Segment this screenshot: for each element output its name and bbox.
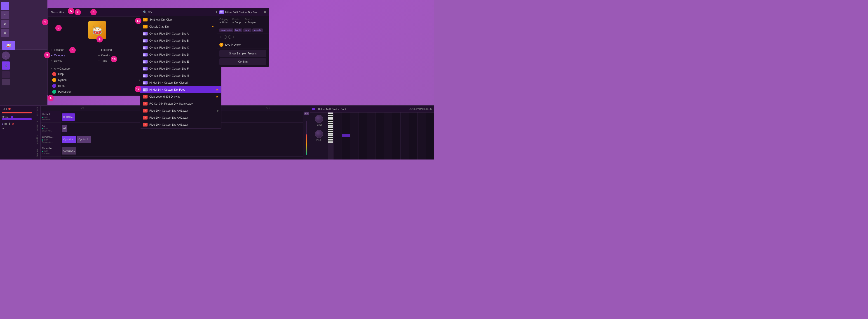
result-ride-a01[interactable]: ♪ Ride 20 K Custom Dry A 01.wav: [140, 107, 221, 114]
solo-btn-cymbal-a[interactable]: S: [44, 139, 45, 141]
result-cymbal-dry-g[interactable]: Cymbal Ride 20 K Custom Dry G: [140, 72, 221, 79]
play-btn-cymbal-b[interactable]: ▶: [42, 150, 43, 152]
note-col-12[interactable]: [426, 113, 434, 160]
confirm-button[interactable]: Confirm: [219, 58, 267, 65]
track-controls-hihat-a: ▶ S M: [42, 116, 59, 118]
mute-btn-snare[interactable]: M: [46, 127, 48, 130]
result-cymbal-dry-a[interactable]: Cymbal Ride 20 K Custom Dry A: [140, 30, 221, 37]
select-label: Select: [316, 124, 322, 126]
select-knob[interactable]: [315, 115, 323, 123]
play-btn-hihat-a[interactable]: ▶: [42, 116, 43, 118]
filter-device[interactable]: ✦ Device: [51, 59, 96, 63]
filter-category[interactable]: ✦ Category: [51, 53, 96, 58]
sidebar-icon-eq[interactable]: ≡: [1, 29, 9, 37]
sidebar-icon-wave[interactable]: ≋: [1, 20, 9, 28]
result-classic-clap-dry[interactable]: ♩ Classic Clap Dry ★: [140, 23, 221, 30]
filter-category-star: ✦: [51, 54, 53, 57]
mute-btn-cymbal-a[interactable]: M: [46, 139, 48, 141]
toolbar-close-icon[interactable]: ✕: [12, 122, 14, 126]
master-fader[interactable]: [2, 118, 32, 120]
tag-metallic: metallic: [252, 29, 263, 32]
solo-btn-hihat-a[interactable]: S: [44, 116, 45, 118]
note-col-4[interactable]: [359, 113, 367, 160]
filter-file-kind[interactable]: ✦ File Kind: [98, 48, 144, 52]
note-col-3[interactable]: [350, 113, 359, 160]
note-block-cymbal-a2[interactable]: Cymbal A...: [77, 136, 91, 143]
result-cymbal-dry-c[interactable]: Cymbal Ride 20 K Custom Dry C: [140, 44, 221, 51]
result-clap-legend[interactable]: ♪ Clap Legend 808 Dry.wav ★: [140, 93, 221, 100]
sidebar-icon-star[interactable]: ✦: [1, 11, 9, 19]
live-preview-check-icon[interactable]: ✓: [219, 43, 223, 47]
track-avatar-1: ♪: [2, 52, 10, 60]
note-col-1[interactable]: [334, 113, 342, 160]
result-hihat-foot[interactable]: Hi-Hat 14 K Custom Dry Foot ★: [140, 86, 221, 93]
toolbar-arrow-icon[interactable]: ⬇: [8, 122, 11, 126]
detail-close-button[interactable]: ✕: [264, 10, 267, 14]
rating-star-icon[interactable]: ☆: [219, 35, 222, 39]
note-col-10[interactable]: [409, 113, 417, 160]
fx-badge[interactable]: FX: [304, 112, 309, 115]
active-note-block[interactable]: [342, 134, 350, 137]
play-btn-snare[interactable]: ▶: [42, 127, 43, 130]
filter-tags-star: ✦: [98, 60, 100, 62]
note-col-8[interactable]: [392, 113, 401, 160]
result-ride-a03[interactable]: ♪ Ride 20 K Custom Dry A 03.wav: [140, 121, 221, 128]
show-sampler-presets-button[interactable]: Show Sampler Presets: [219, 50, 267, 57]
note-col-5[interactable]: [367, 113, 375, 160]
note-col-6[interactable]: [375, 113, 384, 160]
result-cymbal-dry-b[interactable]: Cymbal Ride 20 K Custom Dry B: [140, 37, 221, 44]
filter-tags[interactable]: ✦ Tags: [98, 59, 144, 63]
result-cymbal-dry-f[interactable]: Cymbal Ride 20 K Custom Dry F: [140, 65, 221, 72]
filter-creator-star: ✦: [98, 54, 100, 57]
category-percussion[interactable]: Percussion 1: [51, 89, 144, 95]
fx-fader[interactable]: [2, 112, 32, 114]
master-knob[interactable]: [11, 116, 13, 118]
meta-category-value: ✦ Hi-hat: [219, 21, 229, 24]
track-sub-hihat-a: Percussio...: [42, 118, 59, 121]
rating-circle-1[interactable]: [224, 35, 227, 39]
piano-roll-inner: [328, 113, 434, 160]
note-col-11[interactable]: [417, 113, 426, 160]
fx-knob[interactable]: [8, 108, 11, 110]
category-cymbal[interactable]: Cymbal 35: [51, 77, 144, 83]
category-hihat[interactable]: Hi-hat 26: [51, 83, 144, 89]
sidebar-icon-grid[interactable]: ⊞: [1, 2, 9, 10]
result-hihat-closed[interactable]: Hi-Hat 14 K Custom Dry Closed: [140, 79, 221, 86]
note-col-9[interactable]: [401, 113, 409, 160]
solo-btn-snare[interactable]: S: [44, 127, 45, 130]
search-query-text[interactable]: dry: [148, 10, 152, 14]
mute-btn-cymbal-b[interactable]: M: [46, 150, 48, 152]
result-synthetic-dry-clap[interactable]: ♩ Synthetic Dry Clap: [140, 16, 221, 23]
pitch-knob[interactable]: [315, 130, 323, 138]
result-cymbal-dry-e[interactable]: Cymbal Ride 20 K Custom Dry E: [140, 58, 221, 65]
filter-creator[interactable]: ✦ Creator: [98, 53, 144, 58]
result-icon-clap2: ♩: [143, 25, 148, 29]
mute-btn-hihat-a[interactable]: M: [46, 116, 48, 118]
category-hihat-label: Hi-hat: [58, 84, 65, 88]
tag-label-metallic: metallic: [254, 29, 261, 31]
category-clap[interactable]: Clap 3: [51, 71, 144, 77]
rating-circle-2[interactable]: [228, 35, 231, 39]
rating-plus-icon[interactable]: +: [233, 35, 235, 39]
result-cymbal-dry-d[interactable]: Cymbal Ride 20 K Custom Dry D: [140, 51, 221, 58]
note-block-cymbal-b[interactable]: Cymbal A...: [62, 147, 76, 155]
result-icon-ride-a02: ♪: [143, 116, 148, 120]
result-ride-a02[interactable]: ♪ Ride 20 K Custom Dry A 02.wav: [140, 114, 221, 121]
note-block-snare[interactable]: A1: [62, 125, 67, 132]
category-any[interactable]: ✦ Any Category 65: [51, 66, 144, 71]
piano-key-white-15[interactable]: [328, 141, 333, 143]
drum-hits-title: Drum Hits: [51, 11, 64, 14]
note-block-hihat-a[interactable]: Hi-Hat A...: [62, 114, 75, 121]
toolbar-grid-icon[interactable]: ▦: [4, 122, 7, 126]
note-block-cymbal-a1[interactable]: Cymbal A...: [62, 136, 76, 143]
nav-up-icon[interactable]: ▲: [2, 127, 4, 130]
filter-location[interactable]: ✦ Location: [51, 48, 96, 52]
note-col-7[interactable]: [384, 113, 392, 160]
pitch-label: Pitch: [316, 139, 321, 141]
category-cymbal-label: Cymbal: [58, 78, 67, 82]
solo-btn-cymbal-b[interactable]: S: [44, 150, 45, 152]
toolbar-note-icon[interactable]: ♪: [2, 122, 3, 126]
play-btn-cymbal-a[interactable]: ▶: [42, 139, 43, 141]
result-rc-cut[interactable]: ♪ RC Cut 054 Pnotap Dry Illspark.wav: [140, 100, 221, 107]
track-sub-cymbal-a: Percussio...: [42, 141, 59, 143]
